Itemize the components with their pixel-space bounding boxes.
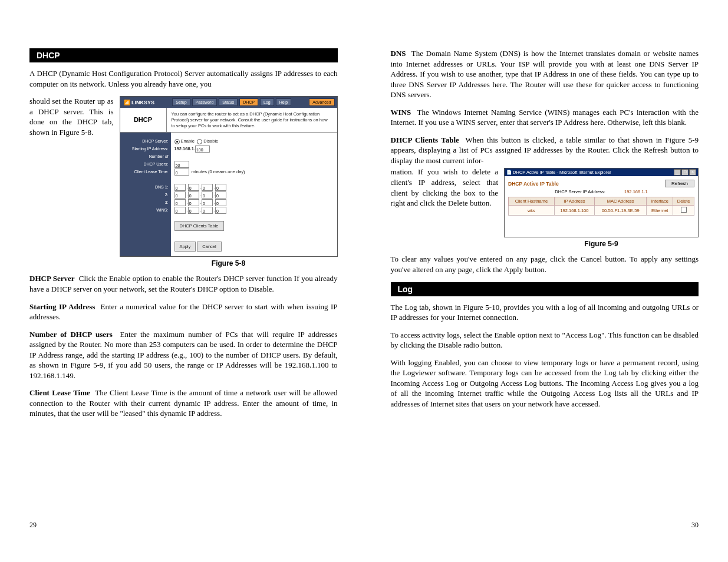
dns-input[interactable]: 0 — [188, 184, 199, 191]
figure-5-9: 📄 DHCP Active IP Table - Microsoft Inter… — [504, 168, 699, 254]
nav-tab[interactable]: Help — [276, 98, 291, 106]
log-paragraph-1: The Log tab, shown in Figure 5-10, provi… — [391, 302, 699, 323]
refresh-button[interactable]: Refresh — [665, 180, 694, 187]
figure-caption: Figure 5-9 — [504, 240, 699, 248]
dhcp-server-paragraph: DHCP Server Click the Enable option to e… — [29, 273, 338, 294]
form-labels: DHCP Server: Starting IP Address: Number… — [120, 133, 171, 256]
panel-description: You can configure the router to act as a… — [167, 108, 337, 132]
nav-tab-advanced[interactable]: Advanced — [309, 98, 334, 106]
nav-tab-active[interactable]: DHCP — [239, 98, 258, 106]
nav-tab[interactable]: Status — [219, 98, 238, 106]
dns-input[interactable]: 0 — [215, 184, 226, 191]
wins-input[interactable]: 0 — [202, 207, 213, 214]
close-icon[interactable]: × — [689, 169, 696, 176]
disable-radio[interactable] — [197, 139, 202, 144]
intro-paragraph: A DHCP (Dynamic Host Configuration Proto… — [29, 68, 338, 89]
nav-tab[interactable]: Setup — [172, 98, 190, 106]
log-paragraph-3: With logging Enabled, you can choose to … — [391, 358, 699, 409]
minimize-icon[interactable]: _ — [674, 169, 681, 176]
dns-input[interactable]: 0 — [174, 184, 186, 191]
clients-table: Client Hostname IP Address MAC Address I… — [508, 197, 694, 216]
section-heading: Log — [391, 282, 699, 296]
dns-input[interactable]: 0 — [202, 191, 213, 199]
dns-input[interactable]: 0 — [202, 184, 213, 191]
wins-paragraph: WINS The Windows Internet Naming Service… — [391, 107, 699, 128]
start-ip-input[interactable]: 100 — [195, 146, 210, 153]
lease-paragraph: Client Lease Time The Client Lease Time … — [29, 388, 338, 419]
dns-input[interactable]: 0 — [174, 199, 186, 206]
window-title: 📄 DHCP Active IP Table - Microsoft Inter… — [506, 170, 611, 175]
users-input[interactable]: 50 — [174, 161, 189, 168]
dns-input[interactable]: 0 — [215, 199, 226, 206]
maximize-icon[interactable]: □ — [681, 169, 689, 176]
dns-input[interactable]: 0 — [215, 191, 226, 199]
wins-input[interactable]: 0 — [174, 207, 186, 214]
nav-tab[interactable]: Password — [192, 98, 218, 106]
clients-table-button[interactable]: DHCP Clients Table — [174, 221, 224, 231]
clear-paragraph: To clear any values you've entered on an… — [391, 254, 699, 275]
cancel-button[interactable]: Cancel — [197, 242, 221, 252]
dns-input[interactable]: 0 — [188, 199, 199, 206]
section-heading: DHCP — [29, 48, 338, 62]
table-row: wks 192.168.1.100 00-50-F1-19-3E-59 Ethe… — [509, 206, 694, 216]
dns-input[interactable]: 0 — [174, 191, 186, 199]
apply-button[interactable]: Apply — [174, 242, 196, 252]
delete-checkbox[interactable] — [681, 207, 687, 213]
panel-title: DHCP — [120, 108, 167, 132]
brand-label: 📶 LINKSYS — [123, 100, 155, 105]
page-number: 29 — [29, 521, 37, 530]
table-title: DHCP Active IP Table — [508, 181, 559, 187]
page-number: 30 — [691, 521, 699, 530]
wins-input[interactable]: 0 — [188, 207, 199, 214]
starting-ip-paragraph: Starting IP Address Enter a numerical va… — [29, 302, 338, 322]
enable-radio[interactable] — [174, 139, 180, 144]
figure-5-8: 📶 LINKSYS Setup Password Status DHCP Log… — [120, 96, 338, 273]
nav-tab[interactable]: Log — [260, 98, 274, 106]
dns-input[interactable]: 0 — [202, 199, 213, 206]
num-users-paragraph: Number of DHCP users Enter the maximum n… — [29, 329, 338, 381]
wins-input[interactable]: 0 — [215, 207, 226, 214]
lease-input[interactable]: 0 — [174, 168, 189, 176]
figure-caption: Figure 5-8 — [120, 259, 338, 267]
log-paragraph-2: To access activity logs, select the Enab… — [391, 330, 699, 351]
dns-paragraph: DNS The Domain Name System (DNS) is how … — [391, 48, 699, 100]
dns-input[interactable]: 0 — [188, 191, 199, 199]
clients-paragraph: DHCP Clients Table When this button is c… — [391, 135, 699, 166]
